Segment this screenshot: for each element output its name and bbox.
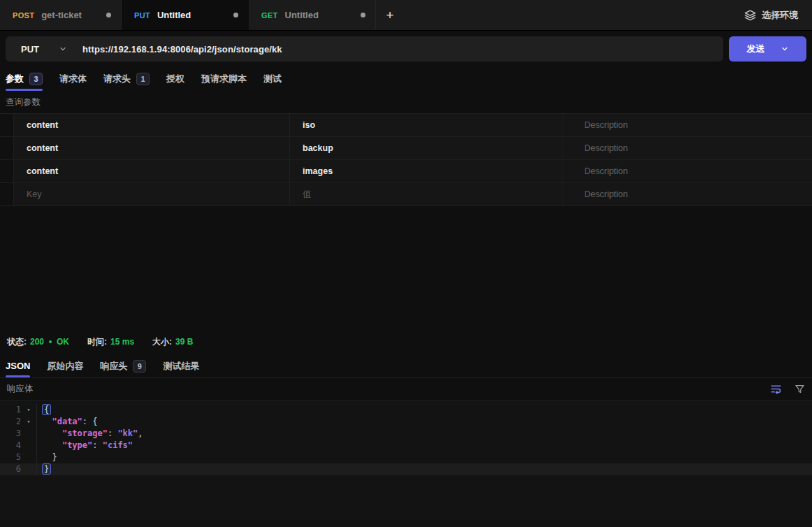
param-value-value: backup xyxy=(303,143,333,153)
response-tabs: JSON原始内容响应头9测试结果 xyxy=(0,354,812,378)
response-tab-1[interactable]: 原始内容 xyxy=(47,354,83,377)
param-key-cell[interactable]: content xyxy=(14,114,290,136)
line-number: 6 xyxy=(0,463,21,475)
config-tab-label: 请求体 xyxy=(59,73,87,85)
token-plain: , xyxy=(138,428,143,438)
config-tab-badge: 1 xyxy=(136,73,150,85)
method-select[interactable]: PUT xyxy=(6,44,82,55)
code-line-2: 2▾ "data": { xyxy=(0,416,812,428)
code-text: } xyxy=(42,463,51,475)
response-tab-0[interactable]: JSON xyxy=(6,354,30,377)
request-tab-title: Untitled xyxy=(285,10,319,20)
param-description-cell[interactable]: Description xyxy=(563,160,812,182)
code-line-1: 1▾{ xyxy=(0,404,812,416)
param-description-cell[interactable]: Description xyxy=(563,137,812,159)
request-tab-title: Untitled xyxy=(157,10,191,20)
request-tab-title: get-ticket xyxy=(41,10,82,20)
request-tab-untitled-2[interactable]: GETUntitled xyxy=(249,0,376,30)
response-status-bar: 状态: 200 OK 时间: 15 ms 大小: 39 B xyxy=(0,329,812,354)
request-tab-untitled-1[interactable]: PUTUntitled xyxy=(122,0,249,30)
config-tab-0[interactable]: 参数3 xyxy=(6,67,43,91)
url-box: PUT https://192.168.1.94:8006/api2/json/… xyxy=(6,36,723,62)
environment-selector[interactable]: 选择环境 xyxy=(730,0,812,30)
status-code-item: 状态: 200 OK xyxy=(7,336,69,348)
param-value-placeholder: 值 xyxy=(303,189,312,201)
param-key-value: content xyxy=(27,143,58,153)
request-tab-strip: POSTget-ticketPUTUntitledGETUntitled + 选… xyxy=(0,0,812,31)
line-number: 2 xyxy=(0,416,21,428)
request-tab-get-ticket-0[interactable]: POSTget-ticket xyxy=(0,0,122,30)
param-description-placeholder: Description xyxy=(584,166,628,176)
code-line-5: 5 } xyxy=(0,452,812,463)
gutter-divider xyxy=(36,428,37,440)
code-text: "data": { xyxy=(42,416,98,428)
param-key-cell[interactable]: content xyxy=(14,137,290,159)
param-row-3: Key值Description xyxy=(0,183,812,206)
line-number: 4 xyxy=(0,440,21,452)
status-code-value: 200 xyxy=(30,337,44,347)
url-input[interactable]: https://192.168.1.94:8006/api2/json/stor… xyxy=(82,44,282,55)
token-key: "storage" xyxy=(62,428,108,438)
config-tab-1[interactable]: 请求体 xyxy=(59,67,87,91)
response-tab-label: 原始内容 xyxy=(47,360,83,373)
response-tab-3[interactable]: 测试结果 xyxy=(163,354,199,377)
code-text: { xyxy=(42,404,51,416)
token-plain xyxy=(42,440,62,450)
environment-label: 选择环境 xyxy=(762,9,798,22)
time-label: 时间: xyxy=(87,336,107,348)
response-tab-2[interactable]: 响应头9 xyxy=(100,354,146,377)
config-tab-3[interactable]: 授权 xyxy=(166,67,184,91)
param-key-value: content xyxy=(27,120,58,130)
response-body-actions xyxy=(770,383,805,395)
param-key-placeholder: Key xyxy=(27,189,42,199)
word-wrap-icon[interactable] xyxy=(770,383,782,395)
request-bar: PUT https://192.168.1.94:8006/api2/json/… xyxy=(0,31,812,67)
config-tab-4[interactable]: 预请求脚本 xyxy=(201,67,247,91)
send-dropdown-chevron-icon[interactable] xyxy=(781,45,789,53)
param-row-gutter[interactable] xyxy=(0,160,14,182)
config-tab-label: 预请求脚本 xyxy=(201,73,247,85)
token-string: "cifs" xyxy=(103,440,133,450)
param-description-cell[interactable]: Description xyxy=(563,114,812,136)
param-row-2: contentimagesDescription xyxy=(0,160,812,183)
line-number: 3 xyxy=(0,428,21,440)
config-tab-2[interactable]: 请求头1 xyxy=(103,67,150,91)
new-tab-button[interactable]: + xyxy=(376,0,404,30)
send-button-label: 发送 xyxy=(747,43,765,55)
token-plain: : xyxy=(108,428,117,438)
code-text: } xyxy=(42,452,57,463)
param-row-gutter[interactable] xyxy=(0,183,14,205)
unsaved-dot xyxy=(233,13,238,17)
param-row-gutter[interactable] xyxy=(0,137,14,159)
param-value-cell[interactable]: backup xyxy=(290,137,563,159)
code-line-4: 4 "type": "cifs" xyxy=(0,440,812,452)
param-row-gutter[interactable] xyxy=(0,114,14,136)
request-config-tabs: 参数3请求体请求头1授权预请求脚本测试 xyxy=(0,67,812,91)
param-value-cell[interactable]: 值 xyxy=(290,183,563,205)
size-label: 大小: xyxy=(152,336,172,348)
tab-strip: POSTget-ticketPUTUntitledGETUntitled xyxy=(0,0,376,30)
gutter-divider xyxy=(36,463,37,475)
config-tab-5[interactable]: 测试 xyxy=(263,67,282,91)
config-tab-label: 请求头 xyxy=(103,73,131,85)
send-button[interactable]: 发送 xyxy=(729,36,806,62)
fold-toggle-icon[interactable]: ▾ xyxy=(21,416,36,428)
line-number: 1 xyxy=(0,404,21,416)
param-value-cell[interactable]: iso xyxy=(290,114,563,136)
fold-toggle-icon[interactable]: ▾ xyxy=(21,404,36,416)
line-number: 5 xyxy=(0,452,21,463)
response-size-item: 大小: 39 B xyxy=(152,336,193,348)
param-description-placeholder: Description xyxy=(584,120,628,130)
token-brace-hl: } xyxy=(42,463,51,475)
token-plain: : xyxy=(92,440,102,450)
layers-icon xyxy=(744,9,756,21)
filter-icon[interactable] xyxy=(795,384,805,394)
param-key-cell[interactable]: Key xyxy=(14,183,290,205)
param-value-cell[interactable]: images xyxy=(290,160,563,182)
topbar-spacer xyxy=(404,0,730,30)
param-key-cell[interactable]: content xyxy=(14,160,290,182)
param-value-value: iso xyxy=(303,120,315,130)
param-description-cell[interactable]: Description xyxy=(563,183,812,205)
code-line-3: 3 "storage": "kk", xyxy=(0,428,812,440)
response-body-header: 响应体 xyxy=(0,378,812,400)
